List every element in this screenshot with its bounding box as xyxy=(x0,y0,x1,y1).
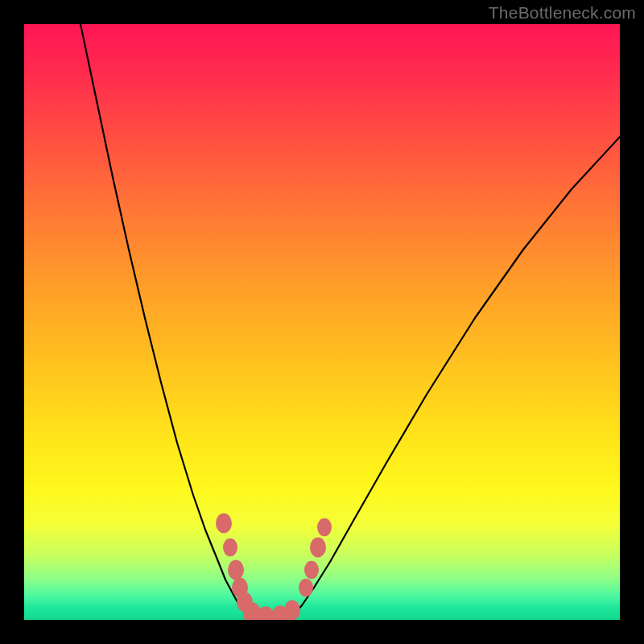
watermark-text: TheBottleneck.com xyxy=(489,3,636,23)
curves-svg xyxy=(24,24,620,620)
plot-area xyxy=(24,24,620,620)
data-marker xyxy=(310,538,326,558)
data-marker xyxy=(228,560,244,580)
data-marker xyxy=(223,539,237,557)
data-marker xyxy=(284,601,300,621)
data-marker xyxy=(299,579,313,597)
chart-frame: TheBottleneck.com xyxy=(0,0,644,644)
data-marker xyxy=(304,561,319,580)
markers-group xyxy=(216,514,332,621)
curve-right-branch xyxy=(291,137,620,617)
data-marker xyxy=(317,518,332,537)
data-marker xyxy=(216,514,232,534)
